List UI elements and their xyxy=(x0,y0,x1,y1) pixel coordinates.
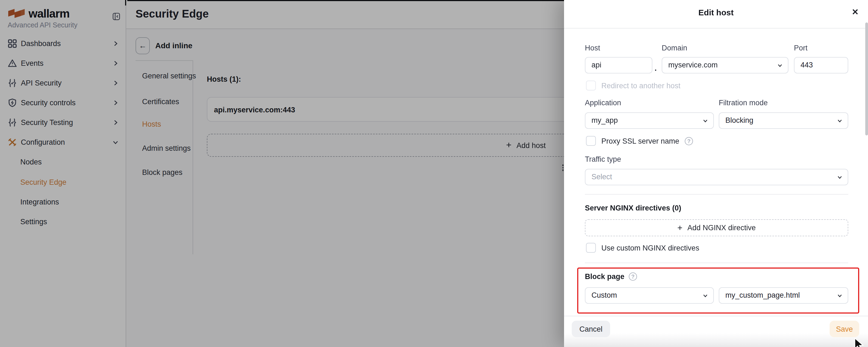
section-divider xyxy=(585,263,848,263)
cancel-button[interactable]: Cancel xyxy=(572,321,610,337)
block-page-file-value: my_custom_page.html xyxy=(725,291,800,299)
proxy-ssl-checkbox[interactable] xyxy=(586,136,596,146)
nginx-directives-heading: Server NGINX directives (0) xyxy=(585,204,681,212)
host-field-label: Host xyxy=(585,44,600,52)
chevron-down-icon xyxy=(777,63,783,69)
traffic-type-select[interactable]: Select xyxy=(585,169,848,185)
use-custom-nginx-row: Use custom NGINX directives xyxy=(586,243,699,253)
port-field-label: Port xyxy=(794,44,808,52)
section-divider xyxy=(585,194,848,195)
domain-field-label: Domain xyxy=(662,44,687,52)
traffic-type-label: Traffic type xyxy=(585,155,621,163)
help-icon[interactable]: ? xyxy=(685,137,693,145)
application-select[interactable]: my_app xyxy=(585,112,714,129)
chevron-down-icon xyxy=(837,118,843,124)
redirect-label: Redirect to another host xyxy=(601,81,680,90)
chevron-down-icon xyxy=(702,118,708,124)
chevron-down-icon xyxy=(837,293,843,299)
drawer-title: Edit host xyxy=(564,8,868,17)
use-custom-nginx-label: Use custom NGINX directives xyxy=(601,244,699,252)
chevron-down-icon xyxy=(702,293,708,299)
filtration-mode-select[interactable]: Blocking xyxy=(719,112,848,129)
add-nginx-directive-label: Add NGINX directive xyxy=(687,224,756,232)
redirect-checkbox-row: Redirect to another host xyxy=(586,80,680,91)
help-icon[interactable]: ? xyxy=(629,272,637,281)
application-select-value: my_app xyxy=(591,116,618,125)
proxy-ssl-label: Proxy SSL server name xyxy=(601,137,679,145)
domain-select-value: myservice.com xyxy=(668,61,718,69)
chevron-down-icon xyxy=(837,174,843,180)
host-domain-separator: . xyxy=(655,64,657,72)
domain-select[interactable]: myservice.com xyxy=(662,57,788,73)
vertical-dots-icon xyxy=(562,165,564,172)
block-page-file-select[interactable]: my_custom_page.html xyxy=(719,287,848,304)
host-input[interactable]: api xyxy=(585,57,652,73)
add-nginx-directive-button[interactable]: + Add NGINX directive xyxy=(585,219,848,236)
port-input[interactable]: 443 xyxy=(794,57,848,73)
block-page-type-value: Custom xyxy=(591,291,617,299)
plus-icon: + xyxy=(677,223,683,233)
block-page-type-select[interactable]: Custom xyxy=(585,287,714,304)
block-page-heading-row: Block page ? xyxy=(585,272,637,281)
drawer-footer: Cancel Save xyxy=(564,316,868,347)
scrollbar-thumb[interactable] xyxy=(865,23,868,135)
block-page-heading: Block page xyxy=(585,272,624,281)
redirect-checkbox[interactable] xyxy=(586,80,596,91)
proxy-ssl-checkbox-row: Proxy SSL server name ? xyxy=(586,136,693,146)
app-root: wallarm Advanced API Security Dashboards… xyxy=(0,0,868,347)
edit-host-drawer: Edit host ✕ Host Domain Port api . myser… xyxy=(564,0,868,347)
traffic-type-placeholder: Select xyxy=(591,173,612,181)
filtration-mode-select-value: Blocking xyxy=(725,116,753,125)
filtration-mode-label: Filtration mode xyxy=(719,99,768,107)
save-button[interactable]: Save xyxy=(830,321,859,337)
use-custom-nginx-checkbox[interactable] xyxy=(586,243,596,253)
close-icon[interactable]: ✕ xyxy=(852,7,859,17)
modal-dim-overlay[interactable] xyxy=(0,0,564,347)
drawer-header-divider xyxy=(564,28,868,29)
application-label: Application xyxy=(585,99,621,107)
